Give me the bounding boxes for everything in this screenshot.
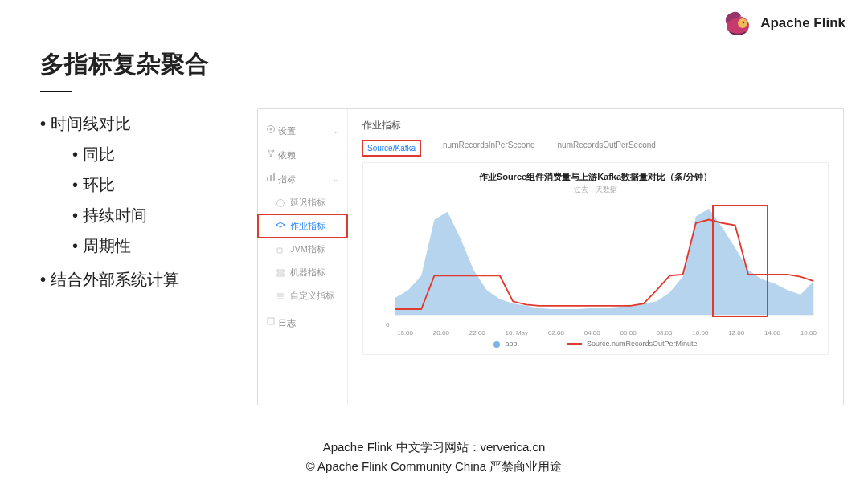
sidebar-label-machine: 机器指标: [290, 267, 326, 279]
sidebar-label-logs: 日志: [278, 318, 296, 328]
x-tick: 18:00: [397, 329, 413, 336]
x-tick: 22:00: [469, 329, 485, 336]
slide-footer: Apache Flink 中文学习网站：ververica.cn © Apach…: [0, 438, 868, 476]
svg-rect-8: [267, 177, 268, 181]
sidebar-label-delay: 延迟指标: [290, 197, 326, 209]
sidebar-item-metrics[interactable]: 指标 ⌄: [258, 167, 347, 191]
brand: Apache Flink: [722, 10, 845, 37]
x-tick: 06:00: [620, 329, 637, 336]
legend-app-label: app.: [505, 340, 519, 348]
panel-title: 作业指标: [362, 119, 829, 132]
tab-source-kafka[interactable]: Source/Kafka: [362, 141, 420, 156]
flink-squirrel-icon: [722, 10, 754, 37]
chart-legend: app. Source.numRecordsOutPerMinute: [375, 340, 817, 348]
x-tick: 20:00: [433, 329, 449, 336]
footer-line2: © Apache Flink Community China 严禁商业用途: [0, 457, 868, 476]
chevron-down-icon: ⌄: [333, 127, 339, 135]
chart-subtitle: 过去一天数据: [375, 185, 817, 195]
legend-source: Source.numRecordsOutPerMinute: [567, 340, 698, 348]
sidebar-item-settings[interactable]: 设置 ⌄: [258, 119, 347, 143]
svg-rect-15: [268, 318, 274, 324]
svg-rect-9: [270, 175, 272, 181]
x-tick: 14:00: [764, 329, 780, 336]
bullet-mom: 环比: [40, 169, 241, 200]
chart-title: 作业Source组件消费量与上游Kafka数据量对比（条/分钟）: [375, 171, 817, 183]
gear-icon: [266, 124, 276, 134]
legend-app: app.: [493, 340, 519, 348]
svg-rect-13: [277, 270, 284, 272]
sidebar-label-jvm: JVM指标: [290, 243, 326, 255]
bullet-duration: 持续时间: [40, 200, 241, 230]
chart-canvas: 0 18:0020:0022:0010. May02:0004:0006:000…: [375, 200, 817, 336]
sidebar: 设置 ⌄ 依赖 指标 ⌄ 延迟指标 作业指标 JVM指标 机器指标 自定义指标: [258, 109, 348, 405]
bullet-external: 结合外部系统计算: [40, 264, 241, 295]
bullet-yoy: 同比: [40, 139, 241, 169]
main-panel: 作业指标 Source/Kafka numRecordsInPerSecond …: [348, 109, 843, 405]
sidebar-item-logs[interactable]: 日志: [258, 311, 347, 335]
x-tick: 04:00: [584, 329, 600, 336]
svg-rect-12: [277, 248, 282, 253]
chart-icon: [266, 173, 276, 182]
sidebar-label-job: 作业指标: [290, 220, 326, 232]
x-tick: 02:00: [548, 329, 564, 336]
x-axis-labels: 18:0020:0022:0010. May02:0004:0006:0008:…: [397, 329, 817, 336]
footer-line1: Apache Flink 中文学习网站：ververica.cn: [0, 438, 868, 457]
page-title: 多指标复杂聚合: [40, 48, 844, 81]
svg-rect-10: [273, 173, 275, 181]
server-icon: [276, 268, 285, 278]
svg-point-11: [277, 199, 285, 206]
sidebar-label-custom: 自定义指标: [290, 290, 334, 302]
share-icon: [266, 149, 276, 158]
sidebar-label-deps: 依赖: [278, 150, 296, 160]
x-tick: 12:00: [728, 329, 744, 336]
chart-card: 作业Source组件消费量与上游Kafka数据量对比（条/分钟） 过去一天数据 …: [362, 162, 829, 355]
bullet-timeline: 时间线对比: [40, 108, 241, 139]
tab-records-out[interactable]: numRecordsOutPerSecond: [558, 141, 656, 156]
sidebar-item-custom[interactable]: 自定义指标: [258, 284, 347, 308]
sidebar-item-job[interactable]: 作业指标: [258, 214, 347, 238]
bullet-periodic: 周期性: [40, 230, 241, 261]
sidebar-item-machine[interactable]: 机器指标: [258, 261, 347, 284]
legend-source-label: Source.numRecordsOutPerMinute: [587, 340, 698, 348]
x-tick: 10. May: [506, 329, 528, 336]
x-tick: 10:00: [692, 329, 708, 336]
sliders-icon: [276, 291, 285, 301]
metric-tabs: Source/Kafka numRecordsInPerSecond numRe…: [362, 141, 829, 156]
svg-rect-14: [277, 274, 284, 276]
title-rule: [40, 91, 72, 92]
brand-text: Apache Flink: [760, 15, 845, 31]
sidebar-label-settings: 设置: [278, 126, 296, 136]
sidebar-item-jvm[interactable]: JVM指标: [258, 238, 347, 261]
sidebar-item-deps[interactable]: 依赖: [258, 143, 347, 167]
y-axis-zero: 0: [386, 321, 389, 328]
sidebar-label-metrics: 指标: [278, 174, 296, 184]
line-icon: [567, 343, 582, 345]
bullet-list: 时间线对比 同比 环比 持续时间 周期性 结合外部系统计算: [40, 108, 241, 405]
cup-icon: [276, 245, 285, 255]
dashboard-screenshot: 设置 ⌄ 依赖 指标 ⌄ 延迟指标 作业指标 JVM指标 机器指标 自定义指标: [257, 108, 844, 405]
cube-icon: [276, 222, 285, 231]
svg-point-1: [738, 18, 747, 28]
edit-icon: [266, 316, 276, 326]
sidebar-item-delay[interactable]: 延迟指标: [258, 191, 347, 214]
x-tick: 16:00: [800, 329, 817, 336]
svg-point-4: [270, 128, 272, 131]
tab-records-in[interactable]: numRecordsInPerSecond: [443, 141, 535, 156]
x-tick: 08:00: [656, 329, 672, 336]
svg-point-2: [743, 22, 744, 23]
chevron-down-icon: ⌄: [333, 175, 339, 183]
clock-icon: [276, 198, 285, 208]
dot-icon: [493, 341, 500, 348]
